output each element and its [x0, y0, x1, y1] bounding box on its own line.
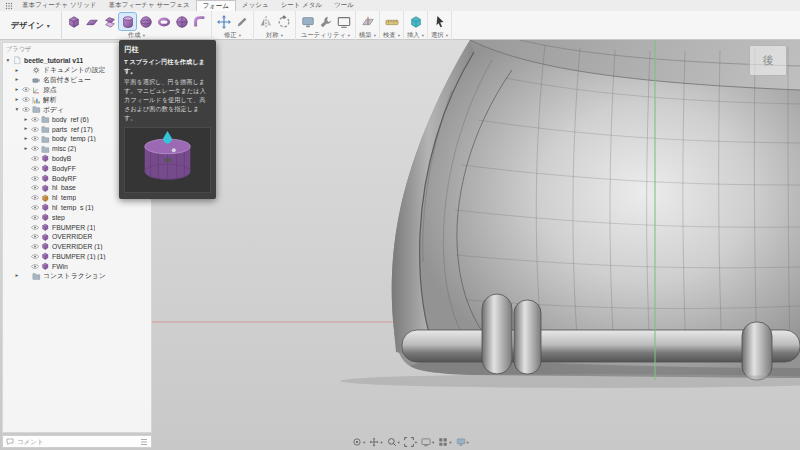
- plane-icon[interactable]: [83, 13, 100, 30]
- item-type-icon: [41, 135, 50, 144]
- expand-arrow-icon[interactable]: ▾: [14, 107, 20, 113]
- group-label-modify[interactable]: 修正: [215, 31, 250, 40]
- visibility-eye-icon[interactable]: [31, 166, 39, 171]
- display-settings-icon[interactable]: [421, 437, 434, 447]
- construction-plane-icon[interactable]: [359, 13, 376, 30]
- visibility-eye-icon[interactable]: [31, 185, 39, 190]
- modify-tool-icon[interactable]: [233, 13, 250, 30]
- tab-sheetmetal[interactable]: シート メタル: [275, 0, 329, 11]
- select-cursor-icon[interactable]: [431, 13, 448, 30]
- expand-arrow-icon[interactable]: ▸: [14, 87, 20, 93]
- list-item[interactable]: step: [3, 212, 151, 222]
- group-label-select[interactable]: 選択: [431, 31, 448, 40]
- item-label: 解析: [43, 95, 57, 105]
- list-item[interactable]: hl_temp_s (1): [3, 203, 151, 213]
- toolbar-group-construct: 構築: [356, 11, 380, 40]
- expand-arrow-icon[interactable]: ▸: [14, 77, 20, 83]
- zoom-icon[interactable]: [387, 437, 400, 447]
- visibility-eye-icon[interactable]: [31, 195, 39, 200]
- visibility-eye-icon[interactable]: [31, 215, 39, 220]
- viewcube-face-label[interactable]: 後: [763, 53, 774, 68]
- pipe-icon[interactable]: [191, 13, 208, 30]
- list-item[interactable]: FBUMPER (1): [3, 222, 151, 232]
- visibility-eye-icon[interactable]: [31, 136, 39, 141]
- visibility-eye-icon[interactable]: [31, 244, 39, 249]
- item-type-icon: [41, 252, 50, 261]
- viewport-layout-icon[interactable]: [456, 437, 469, 447]
- visibility-eye-icon[interactable]: [31, 225, 39, 230]
- visibility-eye-icon[interactable]: [22, 87, 30, 92]
- tooltip-cylinder-preview: [124, 127, 211, 193]
- sphere-icon[interactable]: [137, 13, 154, 30]
- list-item[interactable]: FWin: [3, 261, 151, 271]
- workspace-selector[interactable]: デザイン: [0, 11, 62, 40]
- measure-icon[interactable]: [383, 13, 400, 30]
- data-panel-toggle-icon[interactable]: [2, 0, 16, 11]
- visibility-eye-icon[interactable]: [31, 146, 39, 151]
- face-icon[interactable]: [101, 13, 118, 30]
- pan-icon[interactable]: [369, 437, 382, 447]
- enable-better-display-icon[interactable]: [335, 13, 352, 30]
- orbit-icon[interactable]: [352, 437, 365, 447]
- app-window: 基本フィーチャ ソリッド 基本フィーチャ サーフェス フォーム メッシュ シート…: [0, 0, 800, 450]
- quadball-icon[interactable]: [173, 13, 190, 30]
- expand-arrow-icon[interactable]: ▸: [14, 97, 20, 103]
- tab-solid[interactable]: 基本フィーチャ ソリッド: [16, 0, 103, 11]
- insert-mesh-icon[interactable]: [407, 13, 424, 30]
- torus-icon[interactable]: [155, 13, 172, 30]
- visibility-eye-icon[interactable]: [22, 97, 30, 102]
- tab-mesh[interactable]: メッシュ: [236, 0, 275, 11]
- tab-tools[interactable]: ツール: [328, 0, 360, 11]
- display-mode-icon[interactable]: [299, 13, 316, 30]
- expand-arrow-icon[interactable]: ▸: [14, 273, 20, 279]
- visibility-eye-icon[interactable]: [31, 156, 39, 161]
- repair-body-icon[interactable]: [317, 13, 334, 30]
- visibility-eye-icon[interactable]: [31, 205, 39, 210]
- expand-arrow-icon[interactable]: ▸: [14, 68, 20, 74]
- tab-surface[interactable]: 基本フィーチャ サーフェス: [103, 0, 196, 11]
- list-item[interactable]: OVERRIDER: [3, 232, 151, 242]
- comment-input[interactable]: [17, 438, 137, 445]
- visibility-eye-icon[interactable]: [22, 107, 30, 112]
- expand-arrow-icon[interactable]: ▸: [23, 146, 29, 152]
- group-label-create[interactable]: 作成: [65, 31, 208, 40]
- grid-settings-icon[interactable]: [438, 437, 451, 447]
- list-item[interactable]: ▸ コンストラクション: [3, 271, 151, 281]
- expand-arrow-icon[interactable]: ▾: [5, 58, 11, 64]
- item-label: BodyFF: [52, 165, 76, 172]
- item-type-icon: [32, 272, 41, 281]
- expand-arrow-icon[interactable]: ▸: [23, 136, 29, 142]
- list-item[interactable]: FBUMPER (1) (1): [3, 252, 151, 262]
- item-label: 原点: [43, 85, 57, 95]
- circular-symmetry-icon[interactable]: [275, 13, 292, 30]
- viewcube[interactable]: 後: [749, 45, 787, 76]
- group-label-utilities[interactable]: ユーティリティ: [299, 31, 352, 40]
- tab-form[interactable]: フォーム: [196, 0, 236, 11]
- visibility-eye-icon[interactable]: [31, 234, 39, 239]
- cylinder-icon[interactable]: [119, 13, 136, 30]
- group-label-insert[interactable]: 挿入: [407, 31, 424, 40]
- visibility-eye-icon[interactable]: [31, 176, 39, 181]
- group-label-symmetry[interactable]: 対称: [257, 31, 292, 40]
- edit-form-icon[interactable]: [215, 13, 232, 30]
- group-label-inspect[interactable]: 検査: [383, 31, 400, 40]
- expand-arrow-icon[interactable]: ▸: [23, 117, 29, 123]
- visibility-eye-icon[interactable]: [31, 264, 39, 269]
- group-label-construct[interactable]: 構築: [359, 31, 376, 40]
- toolbar-group-symmetry: 対称: [254, 11, 296, 40]
- document-icon: [13, 56, 22, 65]
- box-icon[interactable]: [65, 13, 82, 30]
- visibility-eye-icon[interactable]: [31, 254, 39, 259]
- mirror-symmetry-icon[interactable]: [257, 13, 274, 30]
- comment-list-icon[interactable]: [140, 438, 148, 446]
- tool-tooltip: 円柱 T スプライン円柱を作成します。 平面を選択し、円を描画します。マニピュレ…: [119, 40, 216, 199]
- tooltip-body: 平面を選択し、円を描画します。マニピュレータまたは入力フィールドを使用して、高さ…: [124, 78, 211, 123]
- visibility-eye-icon[interactable]: [31, 117, 39, 122]
- list-item[interactable]: OVERRIDER (1): [3, 242, 151, 252]
- navigation-bar: [352, 437, 469, 447]
- item-type-icon: [41, 145, 50, 154]
- expand-arrow-icon[interactable]: ▸: [23, 126, 29, 132]
- item-type-icon: [41, 194, 50, 203]
- fit-icon[interactable]: [404, 437, 417, 447]
- visibility-eye-icon[interactable]: [31, 127, 39, 132]
